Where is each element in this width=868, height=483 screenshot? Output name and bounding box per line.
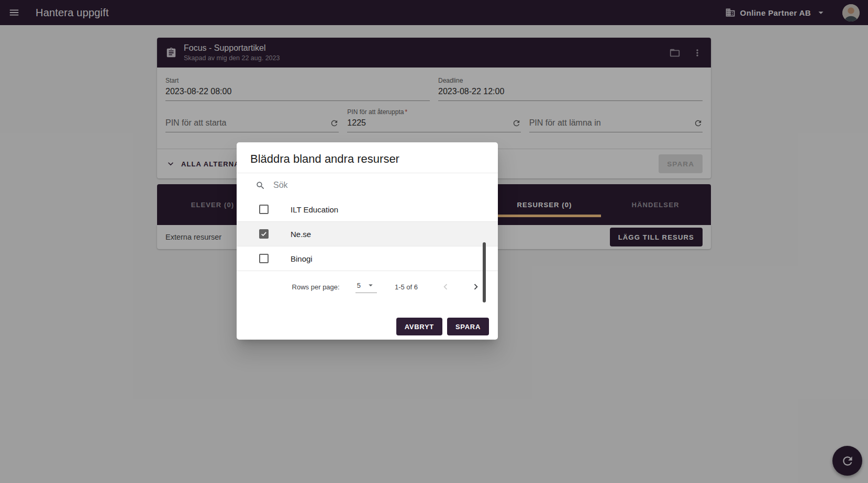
resource-label: Binogi xyxy=(291,254,313,263)
next-page-icon[interactable] xyxy=(470,281,482,293)
rows-per-page-value: 5 xyxy=(357,282,361,289)
dialog-actions: AVBRYT SPARA xyxy=(237,318,498,340)
chevron-down-icon xyxy=(366,280,375,290)
resource-row-ne-se[interactable]: Ne.se xyxy=(237,222,498,246)
dialog-scrollbar-thumb[interactable] xyxy=(483,242,486,302)
cancel-button[interactable]: AVBRYT xyxy=(396,318,442,335)
dialog-save-button[interactable]: SPARA xyxy=(447,318,489,335)
dialog-search-row xyxy=(237,173,498,197)
checkbox-unchecked-icon[interactable] xyxy=(259,205,269,214)
browse-resources-dialog: Bläddra bland andra resurser ILT Educati… xyxy=(237,142,498,340)
checkbox-unchecked-icon[interactable] xyxy=(259,254,269,263)
resource-label: Ne.se xyxy=(291,230,311,239)
resource-label: ILT Education xyxy=(291,205,338,214)
resource-list: ILT Education Ne.se Binogi xyxy=(237,197,498,271)
resource-row-binogi[interactable]: Binogi xyxy=(237,246,498,271)
checkbox-checked-icon[interactable] xyxy=(259,229,269,239)
search-icon xyxy=(255,181,265,190)
dialog-title: Bläddra bland andra resurser xyxy=(237,142,498,173)
rows-per-page-label: Rows per page: xyxy=(292,283,340,291)
search-input[interactable] xyxy=(272,180,442,190)
pagination: Rows per page: 5 1-5 of 6 xyxy=(237,271,498,302)
pagination-range: 1-5 of 6 xyxy=(395,283,418,291)
previous-page-icon[interactable] xyxy=(440,281,451,293)
resource-row-ilt-education[interactable]: ILT Education xyxy=(237,197,498,222)
rows-per-page-select[interactable]: 5 xyxy=(355,280,377,293)
